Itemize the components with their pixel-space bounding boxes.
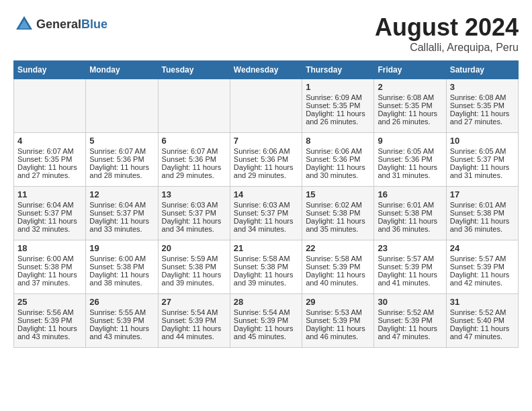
day-number: 9 (378, 136, 442, 146)
calendar-cell: 15Sunrise: 6:02 AMSunset: 5:38 PMDayligh… (302, 187, 374, 240)
daylight-text: Daylight: 11 hours and 32 minutes. (17, 217, 77, 233)
calendar-cell: 26Sunrise: 5:55 AMSunset: 5:39 PMDayligh… (86, 294, 158, 348)
daylight-text: Daylight: 11 hours and 44 minutes. (162, 324, 222, 340)
weekday-header-row: SundayMondayTuesdayWednesdayThursdayFrid… (14, 61, 519, 79)
day-number: 25 (17, 297, 82, 307)
sunset-text: Sunset: 5:37 PM (234, 209, 288, 217)
calendar-cell (158, 79, 230, 133)
calendar-cell: 8Sunrise: 6:06 AMSunset: 5:36 PMDaylight… (302, 133, 374, 187)
daylight-text: Daylight: 11 hours and 43 minutes. (89, 324, 149, 340)
sunset-text: Sunset: 5:35 PM (306, 101, 360, 109)
weekday-header: Saturday (446, 61, 518, 79)
sunset-text: Sunset: 5:35 PM (17, 155, 72, 163)
calendar-cell: 29Sunrise: 5:53 AMSunset: 5:39 PMDayligh… (302, 294, 374, 348)
day-number: 17 (450, 189, 515, 199)
sunset-text: Sunset: 5:38 PM (450, 209, 504, 217)
sunset-text: Sunset: 5:36 PM (89, 155, 144, 163)
daylight-text: Daylight: 11 hours and 43 minutes. (17, 324, 77, 340)
day-number: 1 (306, 82, 370, 92)
day-number: 26 (89, 297, 154, 307)
calendar-cell: 13Sunrise: 6:03 AMSunset: 5:37 PMDayligh… (158, 187, 230, 240)
sunrise-text: Sunrise: 5:58 AM (306, 255, 362, 263)
weekday-header: Thursday (302, 61, 374, 79)
calendar-week-row: 11Sunrise: 6:04 AMSunset: 5:37 PMDayligh… (14, 187, 519, 240)
calendar-cell: 24Sunrise: 5:57 AMSunset: 5:39 PMDayligh… (446, 240, 518, 294)
calendar-cell: 28Sunrise: 5:54 AMSunset: 5:39 PMDayligh… (230, 294, 302, 348)
calendar-cell: 21Sunrise: 5:58 AMSunset: 5:38 PMDayligh… (230, 240, 302, 294)
sunset-text: Sunset: 5:38 PM (306, 209, 360, 217)
sunrise-text: Sunrise: 6:06 AM (234, 147, 290, 155)
daylight-text: Daylight: 11 hours and 29 minutes. (234, 163, 294, 179)
sunset-text: Sunset: 5:39 PM (162, 316, 216, 324)
sunrise-text: Sunrise: 5:57 AM (378, 255, 434, 263)
sunrise-text: Sunrise: 5:55 AM (89, 308, 146, 316)
calendar-cell: 4Sunrise: 6:07 AMSunset: 5:35 PMDaylight… (14, 133, 86, 187)
daylight-text: Daylight: 11 hours and 37 minutes. (17, 271, 77, 287)
daylight-text: Daylight: 11 hours and 36 minutes. (378, 217, 437, 233)
day-number: 31 (450, 297, 515, 307)
day-number: 23 (378, 243, 442, 253)
calendar-week-row: 4Sunrise: 6:07 AMSunset: 5:35 PMDaylight… (14, 133, 519, 187)
sunset-text: Sunset: 5:38 PM (17, 263, 72, 271)
sunset-text: Sunset: 5:38 PM (378, 209, 432, 217)
calendar-body: 1Sunrise: 6:09 AMSunset: 5:35 PMDaylight… (14, 79, 519, 348)
weekday-header: Tuesday (158, 61, 230, 79)
calendar-cell (230, 79, 302, 133)
day-number: 20 (162, 243, 226, 253)
calendar-week-row: 1Sunrise: 6:09 AMSunset: 5:35 PMDaylight… (14, 79, 519, 133)
calendar-cell: 20Sunrise: 5:59 AMSunset: 5:38 PMDayligh… (158, 240, 230, 294)
calendar-cell: 16Sunrise: 6:01 AMSunset: 5:38 PMDayligh… (374, 187, 446, 240)
sunrise-text: Sunrise: 5:52 AM (378, 308, 434, 316)
sunset-text: Sunset: 5:39 PM (306, 316, 360, 324)
daylight-text: Daylight: 11 hours and 39 minutes. (234, 271, 294, 287)
day-number: 24 (450, 243, 515, 253)
sunrise-text: Sunrise: 5:59 AM (162, 255, 218, 263)
sunset-text: Sunset: 5:40 PM (450, 316, 504, 324)
sunrise-text: Sunrise: 6:04 AM (17, 201, 74, 209)
sunrise-text: Sunrise: 6:03 AM (234, 201, 290, 209)
sunrise-text: Sunrise: 6:07 AM (17, 147, 74, 155)
sunset-text: Sunset: 5:37 PM (17, 209, 72, 217)
sunrise-text: Sunrise: 5:54 AM (234, 308, 290, 316)
calendar-cell: 11Sunrise: 6:04 AMSunset: 5:37 PMDayligh… (14, 187, 86, 240)
location: Callalli, Arequipa, Peru (375, 42, 519, 54)
day-number: 11 (17, 189, 82, 199)
daylight-text: Daylight: 11 hours and 45 minutes. (234, 324, 294, 340)
calendar-cell: 14Sunrise: 6:03 AMSunset: 5:37 PMDayligh… (230, 187, 302, 240)
sunrise-text: Sunrise: 5:58 AM (234, 255, 290, 263)
sunrise-text: Sunrise: 6:03 AM (162, 201, 218, 209)
daylight-text: Daylight: 11 hours and 29 minutes. (162, 163, 222, 179)
calendar-cell: 10Sunrise: 6:05 AMSunset: 5:37 PMDayligh… (446, 133, 518, 187)
daylight-text: Daylight: 11 hours and 34 minutes. (234, 217, 294, 233)
day-number: 30 (378, 297, 442, 307)
sunrise-text: Sunrise: 5:53 AM (306, 308, 362, 316)
sunrise-text: Sunrise: 6:00 AM (89, 255, 146, 263)
sunset-text: Sunset: 5:36 PM (306, 155, 360, 163)
daylight-text: Daylight: 11 hours and 26 minutes. (306, 109, 365, 126)
daylight-text: Daylight: 11 hours and 39 minutes. (162, 271, 222, 287)
calendar-week-row: 25Sunrise: 5:56 AMSunset: 5:39 PMDayligh… (14, 294, 519, 348)
calendar-cell: 9Sunrise: 6:05 AMSunset: 5:36 PMDaylight… (374, 133, 446, 187)
weekday-header: Wednesday (230, 61, 302, 79)
logo-general: General (36, 17, 81, 31)
calendar-cell: 19Sunrise: 6:00 AMSunset: 5:38 PMDayligh… (86, 240, 158, 294)
sunset-text: Sunset: 5:39 PM (378, 316, 432, 324)
calendar-cell: 18Sunrise: 6:00 AMSunset: 5:38 PMDayligh… (14, 240, 86, 294)
calendar-cell: 1Sunrise: 6:09 AMSunset: 5:35 PMDaylight… (302, 79, 374, 133)
sunset-text: Sunset: 5:39 PM (378, 263, 432, 271)
sunset-text: Sunset: 5:36 PM (162, 155, 216, 163)
sunset-text: Sunset: 5:39 PM (234, 316, 288, 324)
day-number: 8 (306, 136, 370, 146)
sunrise-text: Sunrise: 6:07 AM (89, 147, 146, 155)
calendar-cell: 6Sunrise: 6:07 AMSunset: 5:36 PMDaylight… (158, 133, 230, 187)
sunrise-text: Sunrise: 6:07 AM (162, 147, 218, 155)
daylight-text: Daylight: 11 hours and 31 minutes. (378, 163, 437, 179)
weekday-header: Friday (374, 61, 446, 79)
daylight-text: Daylight: 11 hours and 47 minutes. (450, 324, 510, 340)
day-number: 18 (17, 243, 82, 253)
calendar-cell: 17Sunrise: 6:01 AMSunset: 5:38 PMDayligh… (446, 187, 518, 240)
calendar-cell: 27Sunrise: 5:54 AMSunset: 5:39 PMDayligh… (158, 294, 230, 348)
sunrise-text: Sunrise: 6:09 AM (306, 93, 362, 101)
sunset-text: Sunset: 5:37 PM (162, 209, 216, 217)
day-number: 6 (162, 136, 226, 146)
